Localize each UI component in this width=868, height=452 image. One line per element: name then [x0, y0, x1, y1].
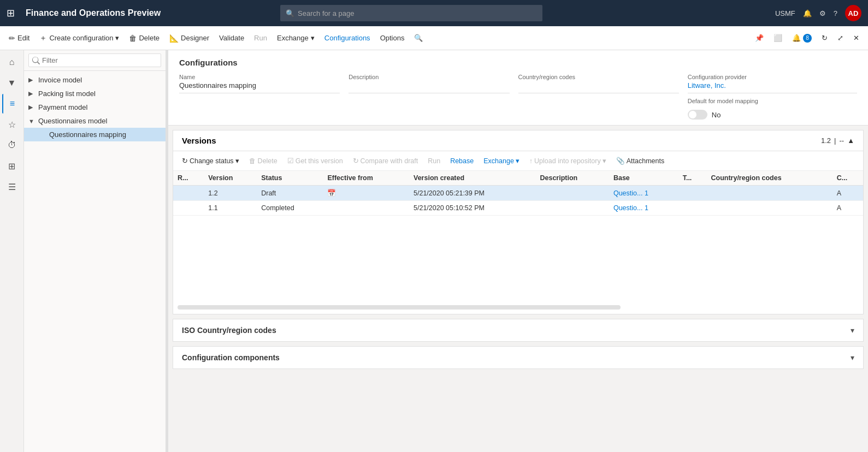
default-mapping-toggle[interactable]	[688, 110, 707, 120]
cmd-right: 📌 ⬜ 🔔 8 ↻ ⤢ ✕	[751, 32, 864, 45]
cell-effective-from	[323, 201, 409, 216]
tree-item-invoice[interactable]: ▶ Invoice model	[24, 73, 166, 87]
name-value[interactable]: Questionnaires mapping	[179, 81, 340, 93]
upload-repo-button[interactable]: ↑ Upload into repository ▾	[525, 154, 611, 167]
version-dash: --	[839, 136, 844, 145]
cell-r	[173, 186, 204, 201]
col-version-created: Version created	[409, 171, 535, 186]
tree-item-label: Packing list model	[38, 90, 161, 98]
cell-description	[535, 201, 609, 216]
nav-menu[interactable]: ☰	[2, 177, 22, 197]
iso-section: ISO Country/region codes ▾	[173, 319, 864, 342]
run-version-button[interactable]: Run	[423, 155, 445, 167]
designer-button[interactable]: 📐 Designer	[165, 32, 214, 45]
field-name: Name Questionnaires mapping	[179, 74, 349, 120]
delete-button[interactable]: 🗑 Delete	[125, 32, 164, 45]
attachments-button[interactable]: 📎 Attachments	[612, 154, 669, 167]
field-provider: Configuration provider Litware, Inc. Def…	[688, 74, 857, 120]
nav-home[interactable]: ⌂	[2, 52, 22, 72]
rebase-button[interactable]: Rebase	[446, 155, 478, 167]
config-components-section: Configuration components ▾	[173, 346, 864, 369]
run-button[interactable]: Run	[250, 32, 271, 44]
sidebar-toggle-button[interactable]: ⬜	[769, 32, 787, 44]
col-description: Description	[535, 171, 609, 186]
get-version-icon: ☑	[287, 157, 294, 165]
notification-badge-button[interactable]: 🔔 8	[788, 32, 816, 45]
cell-base: Questio... 1	[609, 186, 678, 201]
settings-icon[interactable]: ⚙	[819, 9, 826, 17]
tree-item-packing[interactable]: ▶ Packing list model	[24, 87, 166, 100]
base-link[interactable]: Questio... 1	[613, 189, 648, 197]
edit-button[interactable]: ✏ Edit	[4, 32, 34, 45]
tree-item-questionnaires-model[interactable]: ▼ Questionnaires model	[24, 114, 166, 128]
field-country: Country/region codes	[518, 74, 688, 120]
default-mapping-label: Default for model mapping	[688, 98, 758, 104]
scrollbar-area	[173, 303, 863, 314]
base-link[interactable]: Questio... 1	[613, 204, 648, 212]
search-icon: 🔍	[286, 9, 294, 17]
tree-item-label: Payment model	[38, 103, 161, 111]
provider-value[interactable]: Litware, Inc.	[688, 81, 857, 93]
exchange-button[interactable]: Exchange ▾	[273, 32, 319, 44]
avatar[interactable]: AD	[845, 5, 861, 21]
chevron-right-icon: ▶	[28, 76, 37, 84]
default-mapping-row: Default for model mapping	[688, 98, 857, 105]
waffle-icon[interactable]: ⊞	[7, 7, 15, 19]
command-bar: ✏ Edit ＋ Create configuration ▾ 🗑 Delete…	[0, 26, 868, 50]
versions-toolbar: ↻ Change status ▾ 🗑 Delete ☑ Get this ve…	[173, 151, 863, 171]
change-status-dropdown: ▾	[235, 157, 239, 165]
change-status-button[interactable]: ↻ Change status ▾	[178, 154, 244, 167]
options-button[interactable]: Options	[376, 32, 409, 44]
col-version: Version	[204, 171, 257, 186]
horizontal-scrollbar[interactable]	[178, 305, 621, 310]
provider-label: Configuration provider	[688, 74, 857, 80]
search-cmd-button[interactable]: 🔍	[410, 32, 427, 44]
cell-country	[706, 186, 832, 201]
filter-input[interactable]	[28, 53, 161, 67]
validate-button[interactable]: Validate	[215, 32, 249, 44]
cell-version: 1.1	[204, 201, 257, 216]
search-input[interactable]	[298, 9, 537, 17]
desc-value[interactable]	[349, 81, 509, 93]
iso-section-header[interactable]: ISO Country/region codes ▾	[173, 319, 863, 341]
tree-item-payment[interactable]: ▶ Payment model	[24, 100, 166, 114]
nav-list[interactable]: ≡	[2, 94, 22, 114]
col-status: Status	[257, 171, 323, 186]
edit-icon: ✏	[9, 34, 15, 43]
nav-star[interactable]: ☆	[2, 115, 22, 134]
compare-with-draft-button[interactable]: ↻ Compare with draft	[349, 154, 423, 167]
icon-sidebar: ⌂ ▼ ≡ ☆ ⏱ ⊞ ☰	[0, 50, 24, 452]
pin-button[interactable]: 📌	[751, 32, 768, 44]
country-value[interactable]	[518, 81, 679, 93]
nav-clock[interactable]: ⏱	[2, 135, 22, 155]
dropdown-icon: ▾	[115, 34, 119, 42]
table-row[interactable]: 1.1 Completed 5/21/2020 05:10:52 PM Ques…	[173, 201, 863, 216]
vtb-delete-button[interactable]: 🗑 Delete	[245, 155, 282, 167]
config-section-header[interactable]: Configuration components ▾	[173, 347, 863, 368]
search-bar[interactable]: 🔍	[280, 5, 542, 21]
cell-status: Completed	[257, 201, 323, 216]
exchange-version-button[interactable]: Exchange ▾	[479, 154, 524, 167]
chevron-right-icon: ▶	[28, 104, 37, 111]
tree-item-label: Questionnaires model	[38, 117, 161, 125]
tree-item-questionnaires-mapping[interactable]: Questionnaires mapping	[24, 128, 166, 141]
refresh-button[interactable]: ↻	[817, 32, 832, 44]
popout-button[interactable]: ⤢	[833, 32, 848, 44]
create-config-button[interactable]: ＋ Create configuration ▾	[35, 31, 123, 45]
col-base: Base	[609, 171, 678, 186]
help-icon[interactable]: ?	[834, 9, 837, 17]
tree-item-label: Invoice model	[38, 76, 161, 84]
close-button[interactable]: ✕	[849, 32, 864, 44]
table-row[interactable]: 1.2 Draft 📅 5/21/2020 05:21:39 PM Questi…	[173, 186, 863, 201]
section-title: Configurations	[179, 58, 857, 67]
configurations-button[interactable]: Configurations	[320, 32, 375, 44]
tree-filter	[24, 50, 166, 71]
collapse-icon[interactable]: ▲	[847, 136, 854, 145]
cell-status: Draft	[257, 186, 323, 201]
upload-icon: ↑	[529, 157, 533, 165]
notification-icon[interactable]: 🔔	[803, 9, 812, 17]
name-label: Name	[179, 74, 340, 80]
nav-filter[interactable]: ▼	[2, 73, 22, 93]
nav-table[interactable]: ⊞	[2, 156, 22, 176]
get-this-version-button[interactable]: ☑ Get this version	[283, 154, 347, 167]
